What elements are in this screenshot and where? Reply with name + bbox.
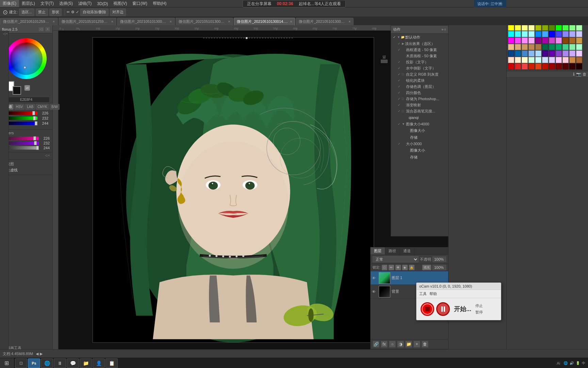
lock-transparent-btn[interactable]: □	[382, 265, 387, 270]
taskbar-browser[interactable]: 🌐	[41, 358, 53, 368]
swatch-skin3[interactable]	[522, 44, 528, 50]
swatch-l11[interactable]	[576, 57, 582, 63]
swatch-dg2[interactable]	[549, 44, 555, 50]
layer-mask-btn[interactable]: ○	[389, 341, 396, 348]
swatch-dg4[interactable]	[562, 44, 569, 50]
swatch-dg3[interactable]	[556, 44, 562, 50]
tab-4-close[interactable]: ×	[228, 20, 230, 24]
toolbar-align-btn[interactable]: 对齐边	[110, 9, 126, 16]
swatch-br1[interactable]	[562, 37, 569, 44]
tab-2[interactable]: 微信图片_20210510125944.jpg ×	[59, 18, 116, 25]
toolbar-forbid-btn[interactable]: 禁止	[36, 9, 48, 16]
swatch-l6[interactable]	[542, 57, 548, 63]
lock-all-btn[interactable]: 🔒	[409, 265, 414, 270]
swatch-yl3[interactable]	[549, 25, 555, 31]
swatch-dg5[interactable]	[569, 44, 575, 50]
swatch-p2[interactable]	[542, 37, 548, 44]
action-shadow[interactable]: ✓ 投影（文字）	[391, 59, 448, 65]
menu-help[interactable]: 帮助(H)	[150, 0, 169, 7]
swatch-dv6[interactable]	[576, 50, 582, 57]
action-wood-frame[interactable]: ✓ 木质画框 - 50 像素	[391, 53, 448, 59]
menu-image[interactable]: 图像(E)	[0, 0, 19, 7]
swatch-dr6[interactable]	[542, 63, 548, 70]
swatch-m4[interactable]	[528, 37, 535, 44]
tab-3-close[interactable]: ×	[170, 20, 172, 24]
swatch-c4[interactable]	[528, 31, 535, 37]
action-sharpen[interactable]: ✓ 锐化的柔块	[391, 77, 448, 83]
swatch-l9[interactable]	[562, 57, 569, 63]
blend-mode-select[interactable]: 正常 正片叠底 滤色 叠加	[373, 256, 419, 262]
swatch-dr7[interactable]	[549, 63, 555, 70]
swatch-dr5[interactable]	[535, 63, 541, 70]
right-delete-icon[interactable]: 🗑	[583, 72, 587, 77]
action-frame-channel[interactable]: ✓ 画框通道 - 50 像素	[391, 47, 448, 53]
action-save-ps[interactable]: ✓ □ 存储为 Photoshop...	[391, 96, 448, 102]
swatch-dv1[interactable]	[542, 50, 548, 57]
taskbar-docs[interactable]: 📋	[105, 358, 118, 368]
menu-3d[interactable]: 3D(D)	[94, 0, 111, 7]
tool-sub-close[interactable]: ×	[48, 154, 50, 157]
menu-window[interactable]: 窗口(W)	[130, 0, 150, 7]
action-rgb-gray[interactable]: ✓ □ 自定义 RGB 到灰度	[391, 71, 448, 77]
tab-5-active[interactable]: 微信图片_20210510130014.jpg @ 66.7% (图层 1, R…	[234, 18, 295, 25]
toolbar-auto-add-btn[interactable]: 自动添加/删除	[80, 9, 109, 16]
layer-group-btn[interactable]: 📁	[405, 341, 412, 348]
tab-6[interactable]: 微信图片_20210510130019.jpg ×	[296, 18, 354, 25]
action-save-sub2[interactable]: ✓ 存储	[391, 154, 448, 160]
swatch-db5[interactable]	[535, 50, 541, 57]
swatch-dg6[interactable]	[576, 44, 582, 50]
swatch-yl2[interactable]	[542, 25, 548, 31]
g-slider[interactable]	[4, 117, 37, 120]
swatch-db3[interactable]	[522, 50, 528, 57]
swatch-dv3[interactable]	[556, 50, 562, 57]
left-panel-collapse[interactable]: ◁	[3, 32, 5, 35]
action-mixer-brush[interactable]: ✓ □ 混合器画笔完搜...	[391, 108, 448, 114]
swatch-dr10[interactable]	[569, 63, 575, 70]
swatch-g2[interactable]	[562, 25, 569, 31]
action-store-tone[interactable]: ✓ 存储色调（图层）	[391, 83, 448, 90]
swatch-skin5[interactable]	[535, 44, 541, 50]
fill-percent-btn[interactable]: 填充	[422, 265, 431, 270]
swatch-l8[interactable]	[556, 57, 562, 63]
lock-paint-btn[interactable]: ✏	[389, 265, 394, 270]
actions-menu-btn[interactable]: ≡	[444, 28, 446, 31]
taskbar-file-explorer[interactable]: ⊡	[15, 358, 27, 368]
toolbar-select-btn[interactable]: 选区...	[19, 9, 34, 16]
swatch-dv5[interactable]	[569, 50, 575, 57]
color-tab-bw[interactable]: B/W	[50, 104, 60, 110]
fill-input[interactable]	[432, 265, 446, 270]
swatch-lb[interactable]	[535, 31, 541, 37]
lock-artboard-btn[interactable]: ◈	[402, 265, 408, 270]
toolbar-shape-btn[interactable]: 形状	[49, 9, 62, 16]
swatch-dr9[interactable]	[562, 63, 569, 70]
color-tab-lab[interactable]: LAB	[25, 104, 35, 110]
swatch-cyan[interactable]	[508, 31, 514, 37]
tab-5-close[interactable]: ×	[290, 20, 292, 24]
b-slider[interactable]	[4, 122, 37, 125]
color-tab-hsv[interactable]: HSV	[14, 104, 25, 110]
swatch-y3[interactable]	[522, 25, 528, 31]
swatch-p1[interactable]	[535, 37, 541, 44]
action-water[interactable]: ✓ 水中倒影（文字）	[391, 65, 448, 71]
swatch-y2[interactable]	[515, 25, 521, 31]
ocam-help-menu[interactable]: 帮助	[429, 291, 437, 296]
swatch-dr11[interactable]	[576, 63, 582, 70]
tab-1-close[interactable]: ×	[53, 20, 55, 24]
ocam-tools-menu[interactable]: 工具	[419, 291, 427, 296]
swatch-db2[interactable]	[515, 50, 521, 57]
color-wheel[interactable]	[6, 38, 47, 79]
layers-tab-channels[interactable]: 通道	[400, 247, 414, 255]
tab-6-close[interactable]: ×	[348, 20, 350, 24]
action-quad-color[interactable]: ✓ 四分颜色	[391, 90, 448, 96]
taskbar-photoshop[interactable]: Ps	[28, 358, 40, 368]
menu-layer[interactable]: 图层(L)	[19, 0, 38, 7]
menu-select[interactable]: 选择(S)	[56, 0, 76, 7]
swatch-b4[interactable]	[569, 31, 575, 37]
background-color[interactable]	[13, 86, 21, 95]
action-img-size-sub2[interactable]: ✓ 图像大小	[391, 147, 448, 154]
swatch-l7[interactable]	[549, 57, 555, 63]
swatch-g4[interactable]	[576, 25, 582, 31]
action-fade[interactable]: ✓ ▶ 淡出效果（选区）	[391, 41, 448, 47]
swatch-green[interactable]	[556, 25, 562, 31]
taskbar-folder[interactable]: 📁	[80, 358, 92, 368]
